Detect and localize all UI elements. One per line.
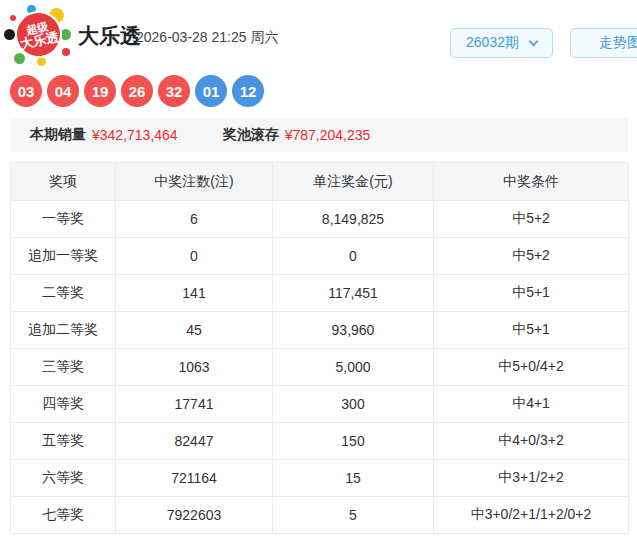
win-condition-cell: 中5+0/4+2: [434, 349, 629, 386]
back-ball: 12: [232, 75, 264, 107]
front-ball: 19: [84, 75, 116, 107]
winner-count-cell: 141: [116, 275, 273, 312]
prize-amount-cell: 300: [273, 386, 434, 423]
logo-dot-yellow-bottom: [37, 57, 46, 66]
table-row: 五等奖 82447 150 中4+0/3+2: [11, 423, 629, 460]
winner-count-cell: 17741: [116, 386, 273, 423]
back-ball: 01: [195, 75, 227, 107]
prize-level-cell: 追加一等奖: [11, 238, 116, 275]
win-condition-cell: 中4+0/3+2: [434, 423, 629, 460]
prize-table-header: 奖项 中奖注数(注) 单注奖金(元) 中奖条件: [11, 163, 629, 201]
logo-text-line2: 大乐透: [19, 29, 60, 51]
winner-count-cell: 6: [116, 201, 273, 238]
win-condition-cell: 中4+1: [434, 386, 629, 423]
winner-count-cell: 7922603: [116, 497, 273, 534]
page-title: 大乐透: [78, 22, 141, 50]
prize-level-cell: 五等奖: [11, 423, 116, 460]
win-condition-cell: 中3+1/2+2: [434, 460, 629, 497]
issue-select[interactable]: 26032期: [450, 28, 553, 58]
table-row: 四等奖 17741 300 中4+1: [11, 386, 629, 423]
win-condition-cell: 中5+2: [434, 201, 629, 238]
col-header-prize-level: 奖项: [11, 163, 116, 201]
page-header: 超级 大乐透 大乐透 2026-03-28 21:25 周六 26032期 走势…: [0, 0, 637, 70]
trend-chart-button[interactable]: 走势图: [570, 28, 637, 58]
prize-table-body: 一等奖 6 8,149,825 中5+2 追加一等奖 0 0 中5+2 二等奖 …: [11, 201, 629, 534]
logo-dot-green-bottom: [14, 53, 25, 64]
col-header-winner-count: 中奖注数(注): [116, 163, 273, 201]
logo-dot-red-small: [10, 15, 16, 21]
trend-chart-button-label: 走势图: [599, 34, 637, 52]
front-ball: 04: [47, 75, 79, 107]
pool-label: 奖池滚存: [223, 126, 279, 144]
prize-amount-cell: 15: [273, 460, 434, 497]
win-condition-cell: 中5+1: [434, 275, 629, 312]
table-row: 六等奖 721164 15 中3+1/2+2: [11, 460, 629, 497]
prize-amount-cell: 8,149,825: [273, 201, 434, 238]
prize-level-cell: 四等奖: [11, 386, 116, 423]
prize-amount-cell: 5,000: [273, 349, 434, 386]
super-lotto-logo: 超级 大乐透: [6, 8, 70, 66]
winner-count-cell: 45: [116, 312, 273, 349]
prize-amount-cell: 93,960: [273, 312, 434, 349]
prize-level-cell: 七等奖: [11, 497, 116, 534]
winner-count-cell: 82447: [116, 423, 273, 460]
table-row: 七等奖 7922603 5 中3+0/2+1/1+2/0+2: [11, 497, 629, 534]
prize-level-cell: 追加二等奖: [11, 312, 116, 349]
sales-strip: 本期销量 ¥342,713,464 奖池滚存 ¥787,204,235: [10, 118, 628, 152]
logo-dot-red: [62, 48, 70, 56]
col-header-prize-amount: 单注奖金(元): [273, 163, 434, 201]
prize-amount-cell: 150: [273, 423, 434, 460]
winner-count-cell: 0: [116, 238, 273, 275]
balls-row: 03041926320112: [10, 75, 637, 107]
logo-dot-black: [4, 29, 15, 40]
prize-level-cell: 六等奖: [11, 460, 116, 497]
sales-value: ¥342,713,464: [92, 127, 178, 143]
prize-table: 奖项 中奖注数(注) 单注奖金(元) 中奖条件 一等奖 6 8,149,825 …: [10, 162, 629, 534]
front-ball: 32: [158, 75, 190, 107]
table-row: 一等奖 6 8,149,825 中5+2: [11, 201, 629, 238]
col-header-win-condition: 中奖条件: [434, 163, 629, 201]
prize-amount-cell: 0: [273, 238, 434, 275]
issue-select-label: 26032期: [466, 34, 519, 52]
winner-count-cell: 1063: [116, 349, 273, 386]
draw-datetime: 2026-03-28 21:25 周六: [136, 29, 278, 47]
front-ball: 03: [10, 75, 42, 107]
win-condition-cell: 中5+2: [434, 238, 629, 275]
prize-level-cell: 二等奖: [11, 275, 116, 312]
prize-amount-cell: 5: [273, 497, 434, 534]
winner-count-cell: 721164: [116, 460, 273, 497]
prize-amount-cell: 117,451: [273, 275, 434, 312]
table-row: 三等奖 1063 5,000 中5+0/4+2: [11, 349, 629, 386]
sales-label: 本期销量: [30, 126, 86, 144]
win-condition-cell: 中3+0/2+1/1+2/0+2: [434, 497, 629, 534]
table-row: 二等奖 141 117,451 中5+1: [11, 275, 629, 312]
prize-level-cell: 三等奖: [11, 349, 116, 386]
pool-value: ¥787,204,235: [285, 127, 371, 143]
table-row: 追加二等奖 45 93,960 中5+1: [11, 312, 629, 349]
front-ball: 26: [121, 75, 153, 107]
table-row: 追加一等奖 0 0 中5+2: [11, 238, 629, 275]
chevron-down-icon: [529, 36, 539, 46]
win-condition-cell: 中5+1: [434, 312, 629, 349]
prize-level-cell: 一等奖: [11, 201, 116, 238]
